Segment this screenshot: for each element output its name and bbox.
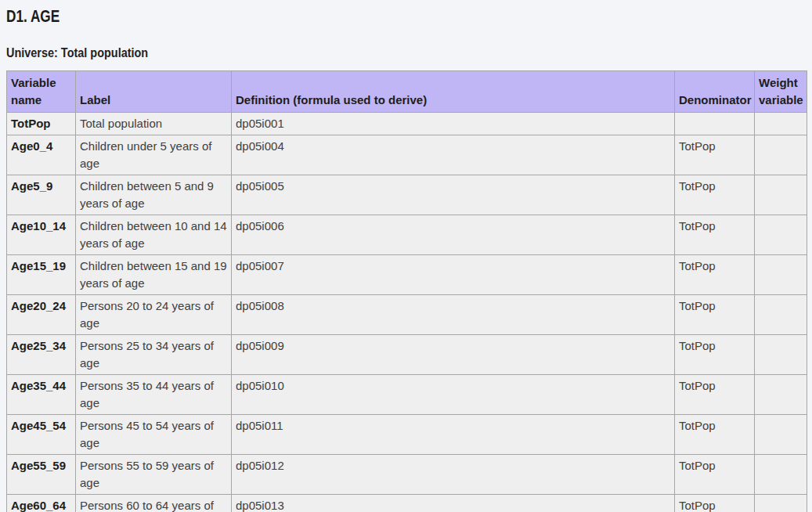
page-title: D1. AGE — [6, 8, 647, 27]
cell-weight-variable — [755, 255, 807, 295]
cell-variable-name: Age25_34 — [7, 335, 76, 375]
cell-definition: dp05i001 — [232, 113, 675, 135]
cell-denominator: TotPop — [675, 175, 755, 215]
cell-label: Persons 25 to 34 years of age — [76, 335, 232, 375]
cell-label: Persons 20 to 24 years of age — [76, 295, 232, 335]
cell-definition: dp05i008 — [232, 295, 675, 335]
cell-definition: dp05i009 — [232, 335, 675, 375]
cell-definition: dp05i011 — [232, 415, 675, 455]
table-row: Age10_14Children between 10 and 14 years… — [7, 215, 807, 255]
table-row: Age25_34Persons 25 to 34 years of agedp0… — [7, 335, 807, 375]
table-row: Age5_9Children between 5 and 9 years of … — [7, 175, 807, 215]
table-row: Age0_4Children under 5 years of agedp05i… — [7, 135, 807, 175]
cell-variable-name: Age5_9 — [7, 175, 76, 215]
cell-weight-variable — [755, 335, 807, 375]
col-header-variable-name: Variable name — [7, 71, 76, 113]
cell-label: Total population — [76, 113, 232, 135]
cell-weight-variable — [755, 415, 807, 455]
table-row: Age35_44Persons 35 to 44 years of agedp0… — [7, 375, 807, 415]
cell-variable-name: Age15_19 — [7, 255, 76, 295]
cell-label: Children between 15 and 19 years of age — [76, 255, 232, 295]
table-body: TotPopTotal populationdp05i001Age0_4Chil… — [7, 113, 807, 512]
cell-denominator: TotPop — [675, 495, 755, 512]
cell-denominator: TotPop — [675, 255, 755, 295]
table-row: TotPopTotal populationdp05i001 — [7, 113, 807, 135]
cell-weight-variable — [755, 455, 807, 495]
cell-definition: dp05i004 — [232, 135, 675, 175]
cell-denominator: TotPop — [675, 455, 755, 495]
cell-denominator: TotPop — [675, 375, 755, 415]
cell-label: Persons 45 to 54 years of age — [76, 415, 232, 455]
col-header-denominator: Denominator — [675, 71, 755, 113]
cell-label: Persons 60 to 64 years of age — [76, 495, 232, 512]
cell-denominator: TotPop — [675, 215, 755, 255]
cell-denominator: TotPop — [675, 335, 755, 375]
cell-denominator: TotPop — [675, 415, 755, 455]
variables-table: Variable nameLabelDefinition (formula us… — [6, 70, 807, 512]
cell-denominator: TotPop — [675, 135, 755, 175]
cell-definition: dp05i005 — [232, 175, 675, 215]
cell-weight-variable — [755, 495, 807, 512]
page: D1. AGE Universe: Total population Varia… — [0, 0, 812, 512]
cell-weight-variable — [755, 295, 807, 335]
table-header-row: Variable nameLabelDefinition (formula us… — [7, 71, 807, 113]
table-row: Age15_19Children between 15 and 19 years… — [7, 255, 807, 295]
cell-definition: dp05i006 — [232, 215, 675, 255]
cell-weight-variable — [755, 375, 807, 415]
cell-label: Persons 35 to 44 years of age — [76, 375, 232, 415]
cell-definition: dp05i010 — [232, 375, 675, 415]
cell-variable-name: Age0_4 — [7, 135, 76, 175]
cell-variable-name: Age10_14 — [7, 215, 76, 255]
cell-denominator — [675, 113, 755, 135]
cell-label: Persons 55 to 59 years of age — [76, 455, 232, 495]
cell-variable-name: Age20_24 — [7, 295, 76, 335]
cell-weight-variable — [755, 135, 807, 175]
cell-label: Children between 10 and 14 years of age — [76, 215, 232, 255]
cell-weight-variable — [755, 175, 807, 215]
cell-weight-variable — [755, 113, 807, 135]
col-header-definition: Definition (formula used to derive) — [232, 71, 675, 113]
cell-definition: dp05i007 — [232, 255, 675, 295]
cell-variable-name: TotPop — [7, 113, 76, 135]
col-header-weight-variable: Weight variable — [755, 71, 807, 113]
cell-label: Children under 5 years of age — [76, 135, 232, 175]
universe-subtitle: Universe: Total population — [6, 45, 687, 61]
table-row: Age55_59Persons 55 to 59 years of agedp0… — [7, 455, 807, 495]
cell-denominator: TotPop — [675, 295, 755, 335]
cell-definition: dp05i012 — [232, 455, 675, 495]
table-row: Age20_24Persons 20 to 24 years of agedp0… — [7, 295, 807, 335]
table-row: Age60_64Persons 60 to 64 years of agedp0… — [7, 495, 807, 512]
table-row: Age45_54Persons 45 to 54 years of agedp0… — [7, 415, 807, 455]
cell-variable-name: Age60_64 — [7, 495, 76, 512]
cell-label: Children between 5 and 9 years of age — [76, 175, 232, 215]
cell-variable-name: Age55_59 — [7, 455, 76, 495]
col-header-label: Label — [76, 71, 232, 113]
cell-definition: dp05i013 — [232, 495, 675, 512]
cell-weight-variable — [755, 215, 807, 255]
cell-variable-name: Age35_44 — [7, 375, 76, 415]
cell-variable-name: Age45_54 — [7, 415, 76, 455]
